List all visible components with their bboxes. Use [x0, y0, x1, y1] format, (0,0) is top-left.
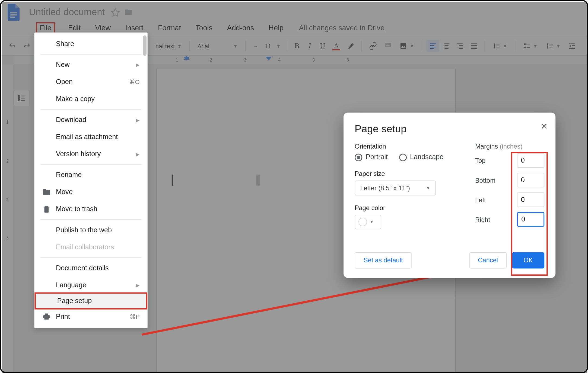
svg-rect-12 — [457, 43, 463, 44]
page-color-label: Page color — [355, 204, 462, 211]
svg-rect-18 — [471, 47, 477, 47]
orientation-landscape[interactable]: Landscape — [399, 153, 443, 161]
text-cursor — [172, 175, 173, 186]
docs-logo-icon[interactable] — [6, 3, 21, 22]
menu-tools[interactable]: Tools — [194, 23, 214, 33]
file-publish-web[interactable]: Publish to the web — [34, 221, 147, 239]
svg-rect-17 — [471, 45, 477, 46]
insert-link-icon[interactable] — [366, 40, 380, 52]
file-move[interactable]: Move — [34, 184, 147, 201]
svg-rect-13 — [459, 45, 463, 46]
file-move-trash[interactable]: Move to trash — [34, 201, 147, 218]
line-spacing-dropdown[interactable]: ▼ — [489, 40, 511, 52]
svg-rect-22 — [496, 48, 500, 48]
underline-button[interactable]: U — [317, 40, 328, 52]
svg-point-27 — [547, 43, 548, 45]
svg-rect-5 — [430, 45, 434, 46]
indent-decrease-icon[interactable] — [565, 40, 578, 52]
file-document-details[interactable]: Document details — [34, 259, 147, 276]
file-language[interactable]: Language▶ — [34, 276, 147, 294]
document-title[interactable]: Untitled document — [29, 7, 105, 18]
checklist-dropdown[interactable]: ▼ — [520, 40, 541, 52]
save-status[interactable]: All changes saved in Drive — [299, 24, 385, 33]
svg-rect-41 — [18, 99, 20, 101]
svg-rect-15 — [459, 48, 463, 49]
svg-rect-30 — [549, 46, 553, 46]
align-left-icon[interactable] — [426, 40, 439, 52]
folder-icon — [42, 188, 51, 197]
menu-addons[interactable]: Add-ons — [225, 23, 256, 33]
svg-rect-38 — [21, 96, 25, 97]
font-size-decrease[interactable]: − — [250, 40, 261, 52]
paragraph-style-dropdown[interactable]: nal text▼ — [152, 41, 185, 51]
font-size[interactable]: 11▼ — [263, 41, 282, 51]
bullet-list-dropdown[interactable]: ▼ — [543, 40, 564, 52]
text-color-button[interactable]: A — [330, 40, 343, 52]
document-outline-icon[interactable] — [14, 90, 30, 106]
bold-button[interactable]: B — [291, 40, 303, 52]
align-justify-icon[interactable] — [468, 40, 480, 52]
svg-rect-2 — [10, 17, 15, 18]
align-center-icon[interactable] — [440, 40, 453, 52]
file-page-setup[interactable]: Page setup — [34, 292, 147, 310]
orientation-label: Orientation — [355, 143, 462, 150]
vertical-ruler[interactable]: 1 2 3 4 — [2, 65, 14, 373]
radio-checked-icon — [355, 153, 362, 161]
svg-rect-28 — [549, 44, 553, 44]
set-default-button[interactable]: Set as default — [355, 252, 412, 268]
file-new[interactable]: New▶ — [34, 56, 147, 73]
right-indent-marker[interactable] — [266, 57, 272, 60]
font-dropdown[interactable]: Arial▼ — [194, 41, 241, 51]
svg-rect-7 — [430, 48, 434, 49]
insert-comment-icon[interactable] — [382, 40, 394, 52]
menu-edit[interactable]: Edit — [66, 23, 82, 33]
undo-icon[interactable] — [6, 40, 19, 52]
margin-left-label: Left — [475, 196, 486, 203]
menu-format[interactable]: Format — [156, 23, 183, 33]
star-icon[interactable] — [111, 8, 120, 17]
svg-rect-24 — [526, 44, 530, 44]
margin-top-input[interactable] — [517, 153, 544, 168]
ok-button[interactable]: OK — [512, 252, 544, 268]
cancel-button[interactable]: Cancel — [469, 252, 507, 268]
svg-point-31 — [547, 47, 548, 49]
paper-size-dropdown[interactable]: Letter (8.5" x 11")▼ — [355, 181, 436, 195]
redo-icon[interactable] — [20, 40, 33, 52]
margin-bottom-input[interactable] — [517, 173, 544, 188]
svg-rect-42 — [21, 100, 25, 101]
svg-rect-10 — [444, 47, 449, 47]
insert-image-dropdown[interactable]: ▼ — [396, 40, 418, 52]
svg-rect-6 — [430, 47, 436, 47]
menu-insert[interactable]: Insert — [123, 23, 145, 33]
file-open[interactable]: Open⌘O — [34, 73, 147, 91]
svg-rect-23 — [524, 43, 526, 45]
file-email-attachment[interactable]: Email as attachment — [34, 128, 147, 146]
svg-rect-34 — [572, 45, 575, 46]
margin-right-label: Right — [475, 216, 490, 223]
svg-rect-0 — [10, 12, 17, 13]
margin-right-input[interactable] — [517, 212, 544, 227]
menu-help[interactable]: Help — [267, 23, 285, 33]
file-download[interactable]: Download▶ — [34, 111, 147, 128]
menu-view[interactable]: View — [93, 23, 112, 33]
file-print[interactable]: Print⌘P — [34, 308, 147, 325]
highlight-color-button[interactable] — [344, 40, 357, 52]
italic-button[interactable]: I — [304, 40, 315, 52]
file-rename[interactable]: Rename — [34, 166, 147, 184]
folder-move-icon[interactable] — [123, 8, 134, 17]
svg-point-29 — [547, 45, 548, 47]
svg-rect-39 — [18, 97, 20, 99]
left-indent-marker[interactable] — [184, 56, 190, 60]
orientation-portrait[interactable]: Portrait — [355, 153, 388, 161]
close-icon[interactable]: ✕ — [541, 121, 548, 131]
svg-rect-36 — [569, 48, 575, 49]
file-share[interactable]: Share — [34, 35, 147, 52]
file-make-copy[interactable]: Make a copy — [34, 91, 147, 108]
svg-rect-32 — [549, 48, 553, 48]
file-version-history[interactable]: Version history▶ — [34, 146, 147, 163]
margin-left-input[interactable] — [517, 192, 544, 207]
align-right-icon[interactable] — [454, 40, 466, 52]
page-color-dropdown[interactable]: ▼ — [355, 215, 381, 229]
margin-bottom-label: Bottom — [475, 176, 495, 184]
svg-rect-4 — [430, 43, 436, 44]
